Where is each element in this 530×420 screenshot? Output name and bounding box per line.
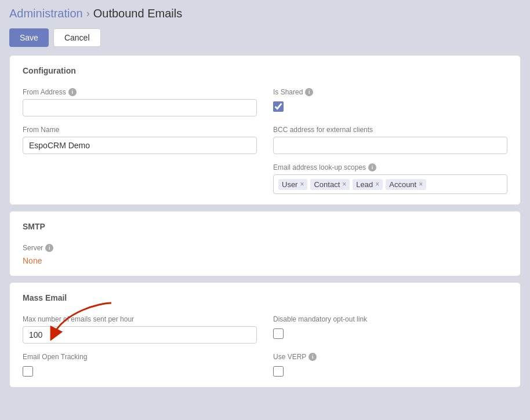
- disable-optout-label: Disable mandatory opt-out link: [273, 315, 507, 323]
- lookup-scopes-group: Email address look-up scopes i User × Co…: [273, 163, 507, 194]
- disable-optout-checkbox-container: [273, 328, 507, 339]
- breadcrumb-current: Outbound Emails: [93, 7, 182, 20]
- from-name-label: From Name: [23, 126, 257, 134]
- bcc-address-label: BCC address for external clients: [273, 126, 507, 134]
- from-name-input[interactable]: [23, 137, 257, 154]
- lookup-scopes-tags[interactable]: User × Contact × Lead × Account ×: [273, 174, 507, 194]
- bcc-address-group: BCC address for external clients: [273, 126, 507, 154]
- toolbar: Save Cancel: [9, 28, 521, 47]
- configuration-title: Configuration: [23, 66, 507, 79]
- from-address-info-icon[interactable]: i: [68, 88, 77, 96]
- smtp-server-info-icon[interactable]: i: [45, 244, 53, 252]
- email-tracking-label: Email Open Tracking: [23, 353, 257, 361]
- tag-contact: Contact ×: [310, 179, 350, 190]
- is-shared-label: Is Shared i: [273, 88, 507, 96]
- smtp-title: SMTP: [23, 222, 507, 235]
- from-address-group: From Address i: [23, 88, 257, 116]
- from-name-group: From Name: [23, 126, 257, 154]
- lookup-scopes-label: Email address look-up scopes i: [273, 163, 507, 171]
- disable-optout-group: Disable mandatory opt-out link: [273, 315, 507, 344]
- use-verp-checkbox-container: [273, 366, 507, 377]
- tag-account: Account ×: [386, 179, 426, 190]
- is-shared-checkbox[interactable]: [273, 101, 284, 112]
- max-emails-label: Max number of emails sent per hour: [23, 315, 257, 323]
- smtp-server-value: None: [23, 256, 507, 265]
- mass-email-title: Mass Email: [23, 293, 507, 306]
- configuration-card: Configuration From Address i Is Shared i…: [9, 55, 521, 205]
- from-address-input[interactable]: [23, 99, 257, 116]
- email-tracking-checkbox[interactable]: [23, 366, 33, 377]
- breadcrumb-admin[interactable]: Administration: [9, 7, 83, 20]
- use-verp-group: Use VERP i: [273, 353, 507, 377]
- email-tracking-group: Email Open Tracking: [23, 353, 257, 377]
- smtp-card: SMTP Server i None: [9, 211, 521, 276]
- smtp-server-group: Server i None: [23, 244, 507, 265]
- use-verp-info-icon[interactable]: i: [308, 353, 317, 361]
- tag-lead-remove[interactable]: ×: [375, 181, 379, 188]
- max-emails-group: Max number of emails sent per hour: [23, 315, 257, 344]
- tag-user: User ×: [278, 179, 307, 190]
- use-verp-label: Use VERP i: [273, 353, 507, 361]
- mass-email-card: Mass Email Max number of emails sent per…: [9, 282, 521, 388]
- bcc-address-input[interactable]: [273, 137, 507, 154]
- tag-user-remove[interactable]: ×: [300, 181, 304, 188]
- from-address-label: From Address i: [23, 88, 257, 96]
- is-shared-checkbox-container: [273, 101, 507, 112]
- is-shared-info-icon[interactable]: i: [305, 88, 313, 96]
- breadcrumb-separator: ›: [86, 8, 90, 20]
- smtp-server-label: Server i: [23, 244, 507, 252]
- lookup-scopes-info-icon[interactable]: i: [368, 163, 376, 171]
- mass-email-form: Max number of emails sent per hour Disab…: [23, 315, 507, 377]
- max-emails-input[interactable]: [23, 326, 257, 344]
- breadcrumb: Administration › Outbound Emails: [9, 7, 521, 20]
- disable-optout-checkbox[interactable]: [273, 328, 284, 339]
- configuration-form: From Address i Is Shared i From Name BCC…: [23, 88, 507, 194]
- email-tracking-checkbox-container: [23, 366, 257, 377]
- tag-contact-remove[interactable]: ×: [342, 181, 346, 188]
- is-shared-group: Is Shared i: [273, 88, 507, 116]
- tag-account-remove[interactable]: ×: [419, 181, 423, 188]
- use-verp-checkbox[interactable]: [273, 366, 284, 377]
- save-button[interactable]: Save: [9, 28, 49, 47]
- spacer: [23, 163, 257, 194]
- tag-lead: Lead ×: [353, 179, 383, 190]
- cancel-button[interactable]: Cancel: [53, 28, 101, 47]
